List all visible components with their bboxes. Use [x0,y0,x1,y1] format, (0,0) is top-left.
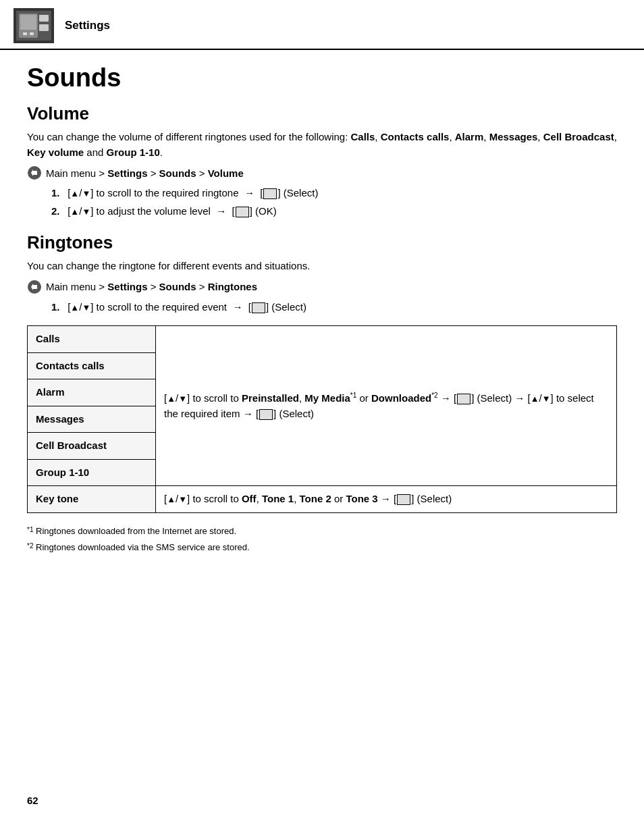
svg-rect-6 [30,32,34,35]
footnote-2: *2 Ringtones downloaded via the SMS serv… [27,540,617,556]
ringtones-menu-arrow-icon [27,280,42,294]
ringtones-table: Calls [▲/▼] to scroll to Preinstalled, M… [27,325,617,513]
volume-steps: 1. [▲/▼] to scroll to the required ringt… [51,186,617,219]
header-title: Settings [65,19,110,32]
svg-rect-5 [23,32,27,35]
volume-step-1: 1. [▲/▼] to scroll to the required ringt… [51,186,617,201]
header: Settings [0,0,644,50]
svg-rect-2 [20,15,36,30]
svg-rect-4 [39,24,49,31]
key-tone-desc: [▲/▼] to scroll to Off, Tone 1, Tone 2 o… [156,486,617,513]
cell-broadcast-label: Cell Broadcast [28,433,156,460]
footnotes: *1 Ringtones downloaded from the Interne… [27,524,617,557]
volume-heading: Volume [27,103,617,124]
messages-label: Messages [28,406,156,433]
table-row-key-tone: Key tone [▲/▼] to scroll to Off, Tone 1,… [28,486,617,513]
ringtones-step-1: 1. [▲/▼] to scroll to the required event… [51,300,617,315]
key-tone-label: Key tone [28,486,156,513]
shared-desc: [▲/▼] to scroll to Preinstalled, My Medi… [156,326,617,486]
volume-path-text: Main menu > Settings > Sounds > Volume [46,167,244,179]
menu-arrow-icon [27,165,42,180]
volume-description: You can change the volume of different r… [27,130,617,160]
ringtones-path-text: Main menu > Settings > Sounds > Ringtone… [46,281,257,292]
fn2-text: Ringtones downloaded via the SMS service… [36,540,250,555]
alarm-label: Alarm [28,379,156,406]
svg-rect-3 [39,15,49,22]
fn1-sup: *1 [27,524,36,540]
settings-icon [14,8,54,43]
contacts-calls-label: Contacts calls [28,352,156,379]
volume-step-2: 2. [▲/▼] to adjust the volume level → []… [51,204,617,219]
fn1-text: Ringtones downloaded from the Internet a… [36,524,236,539]
volume-menu-path: Main menu > Settings > Sounds > Volume [27,165,617,180]
footnote-1: *1 Ringtones downloaded from the Interne… [27,524,617,540]
page-heading: Sounds [27,63,617,92]
table-row-calls: Calls [▲/▼] to scroll to Preinstalled, M… [28,326,617,353]
group-label: Group 1-10 [28,459,156,486]
page-number: 62 [27,795,38,806]
ringtones-menu-path: Main menu > Settings > Sounds > Ringtone… [27,280,617,294]
ringtones-steps: 1. [▲/▼] to scroll to the required event… [51,300,617,315]
ringtones-description: You can change the ringtone for differen… [27,259,617,274]
ringtones-heading: Ringtones [27,232,617,253]
fn2-sup: *2 [27,540,36,556]
calls-label: Calls [28,326,156,353]
